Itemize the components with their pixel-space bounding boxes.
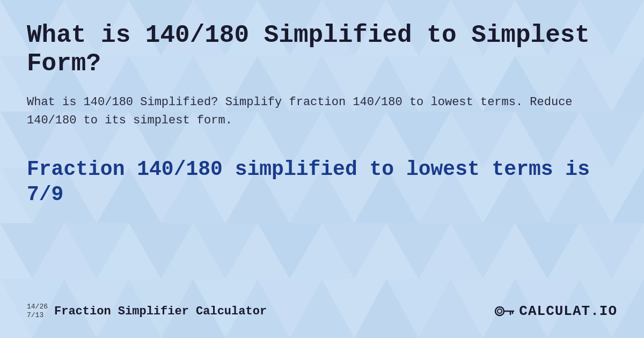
description-text: What is 140/180 Simplified? Simplify fra… — [27, 93, 617, 130]
footer-fraction-2: 7/13 — [27, 311, 48, 320]
footer-title: Fraction Simplifier Calculator — [54, 305, 267, 318]
svg-point-121 — [495, 307, 504, 315]
footer-fractions: 14/26 7/13 — [27, 303, 48, 319]
logo-text: CALCULAT.IO — [519, 303, 617, 319]
footer: 14/26 7/13 Fraction Simplifier Calculato… — [27, 295, 617, 322]
footer-logo: CALCULAT.IO — [493, 300, 617, 322]
footer-fraction-1: 14/26 — [27, 303, 48, 311]
svg-point-122 — [497, 309, 502, 313]
result-text: Fraction 140/180 simplified to lowest te… — [27, 157, 617, 208]
page-title: What is 140/180 Simplified to Simplest F… — [27, 21, 617, 78]
result-section: Fraction 140/180 simplified to lowest te… — [27, 157, 617, 295]
logo-icon — [493, 300, 515, 322]
